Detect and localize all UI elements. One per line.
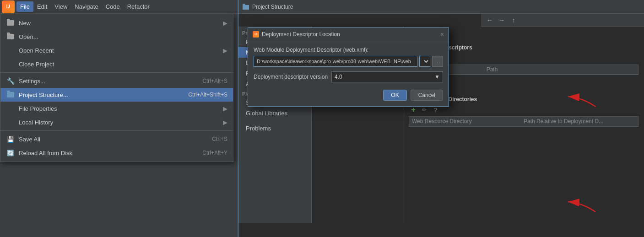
dialog-description-label: Web Module Deployment Descriptor (web.xm… (254, 47, 443, 53)
nav-up-btn[interactable]: ↑ (509, 15, 519, 25)
menu-file[interactable]: File (16, 1, 33, 12)
menu-item-file-properties-label: File Properties (19, 105, 223, 112)
wrd-col-path: Path Relative to Deployment D... (524, 118, 635, 124)
menu-navigate[interactable]: Navigate (71, 1, 102, 12)
dialog-version-value: 4.0 (335, 74, 342, 80)
menu-refactor[interactable]: Refactor (124, 1, 153, 12)
dialog-browse-btn[interactable]: … (432, 56, 443, 67)
recent-icon (6, 46, 15, 55)
dialog-body: Web Module Deployment Descriptor (web.xm… (248, 41, 449, 106)
menu-item-file-properties[interactable]: File Properties ▶ (0, 102, 233, 115)
menu-item-save-all-label: Save All (19, 136, 203, 143)
menu-item-project-structure[interactable]: Project Structure... Ctrl+Alt+Shift+S (0, 88, 233, 102)
dialog-title-text: Deployment Descriptor Location (262, 31, 340, 38)
dialog-titlebar: IJ Deployment Descriptor Location × (248, 28, 449, 41)
menu-item-new[interactable]: New ▶ (0, 16, 233, 30)
app-logo: IJ (2, 0, 15, 13)
dialog-cancel-btn[interactable]: Cancel (411, 90, 443, 101)
dialog-version-select[interactable]: 4.0 ▼ (331, 71, 443, 82)
menu-item-open-recent-label: Open Recent (19, 47, 223, 54)
save-all-shortcut: Ctrl+S (212, 136, 227, 142)
dialog-app-icon: IJ (253, 31, 259, 38)
project-structure-icon (242, 3, 249, 11)
file-properties-icon (6, 104, 15, 113)
wrd-col-dir: Web Resource Directory (412, 118, 524, 124)
menu-bar: IJ File Edit View Navigate Code Refactor (0, 0, 238, 14)
project-structure-folder-icon (6, 90, 15, 99)
project-structure-header: Project Structure (238, 0, 644, 14)
wrd-question-btn[interactable]: ? (431, 105, 440, 114)
nav-back-btn[interactable]: ← (485, 15, 495, 25)
project-structure-panel: Project Structure ← → ↑ Project Settings… (238, 0, 644, 237)
menu-item-project-structure-label: Project Structure... (19, 92, 179, 98)
menu-item-open-label: Open... (19, 33, 227, 40)
submenu-arrow: ▶ (223, 20, 227, 27)
dialog-title-area: IJ Deployment Descriptor Location (253, 31, 340, 38)
menu-item-settings[interactable]: 🔧 Settings... Ctrl+Alt+S (0, 74, 233, 88)
wrd-table: Web Resource Directory Path Relative to … (409, 116, 639, 127)
settings-shortcut: Ctrl+Alt+S (202, 78, 227, 84)
menu-item-reload[interactable]: 🔄 Reload All from Disk Ctrl+Alt+Y (0, 146, 233, 160)
menu-item-reload-label: Reload All from Disk (19, 150, 193, 156)
reload-icon: 🔄 (6, 148, 15, 157)
sidebar-item-global-libraries[interactable]: Global Libraries (238, 108, 311, 118)
menu-code[interactable]: Code (102, 1, 124, 12)
menu-item-new-label: New (19, 20, 223, 27)
menu-item-local-history-label: Local History (19, 119, 223, 126)
menu-view[interactable]: View (51, 1, 71, 12)
deployment-descriptor-dialog: IJ Deployment Descriptor Location × Web … (248, 27, 449, 107)
menu-item-save-all[interactable]: 💾 Save All Ctrl+S (0, 132, 233, 146)
close-project-icon (6, 59, 15, 69)
save-icon: 💾 (6, 135, 15, 144)
edit-wrd-btn[interactable]: ✏ (420, 105, 429, 114)
menu-item-local-history[interactable]: Local History ▶ (0, 115, 233, 129)
dialog-close-btn[interactable]: × (440, 31, 444, 38)
menu-item-close-project-label: Close Project (19, 61, 227, 68)
menu-item-settings-label: Settings... (19, 78, 193, 85)
folder-icon (6, 18, 15, 27)
dialog-path-row: ▼ … (254, 56, 443, 67)
svg-rect-0 (243, 5, 249, 10)
separator-2 (0, 130, 233, 131)
settings-wrench-icon: 🔧 (6, 76, 15, 86)
nav-forward-btn[interactable]: → (497, 15, 507, 25)
menu-edit[interactable]: Edit (33, 1, 51, 12)
wrd-toolbar: + ✏ ? (409, 105, 639, 114)
svg-rect-1 (243, 4, 245, 5)
dialog-version-row: Deployment descriptor version 4.0 ▼ (254, 71, 443, 82)
project-structure-title: Project Structure (252, 4, 293, 10)
file-dropdown-menu: New ▶ Open... Open Recent ▶ Close Projec… (0, 14, 233, 162)
menu-item-open[interactable]: Open... (0, 30, 233, 43)
sidebar-item-problems[interactable]: Problems (238, 123, 311, 134)
reload-shortcut: Ctrl+Alt+Y (202, 150, 227, 156)
dialog-buttons: OK Cancel (254, 90, 443, 101)
local-history-icon (6, 118, 15, 127)
version-dropdown-arrow: ▼ (434, 74, 440, 80)
submenu-arrow-local-history: ▶ (223, 119, 227, 126)
submenu-arrow-file-props: ▶ (223, 105, 227, 112)
dialog-version-label: Deployment descriptor version (254, 74, 328, 80)
add-wrd-btn[interactable]: + (409, 105, 418, 114)
col-path-header: Path (487, 66, 635, 73)
dialog-path-dropdown[interactable]: ▼ (419, 56, 430, 67)
project-structure-shortcut: Ctrl+Alt+Shift+S (188, 92, 227, 98)
menu-item-close-project[interactable]: Close Project (0, 57, 233, 71)
menu-item-open-recent[interactable]: Open Recent ▶ (0, 43, 233, 57)
submenu-arrow-recent: ▶ (223, 47, 227, 54)
dialog-ok-btn[interactable]: OK (383, 90, 406, 101)
ide-left-panel: IJ File Edit View Navigate Code Refactor… (0, 0, 238, 237)
separator-1 (0, 72, 233, 73)
red-arrow-2 (563, 198, 600, 214)
open-folder-icon (6, 32, 15, 41)
dialog-path-input[interactable] (254, 56, 417, 67)
wrd-table-header: Web Resource Directory Path Relative to … (409, 117, 638, 126)
